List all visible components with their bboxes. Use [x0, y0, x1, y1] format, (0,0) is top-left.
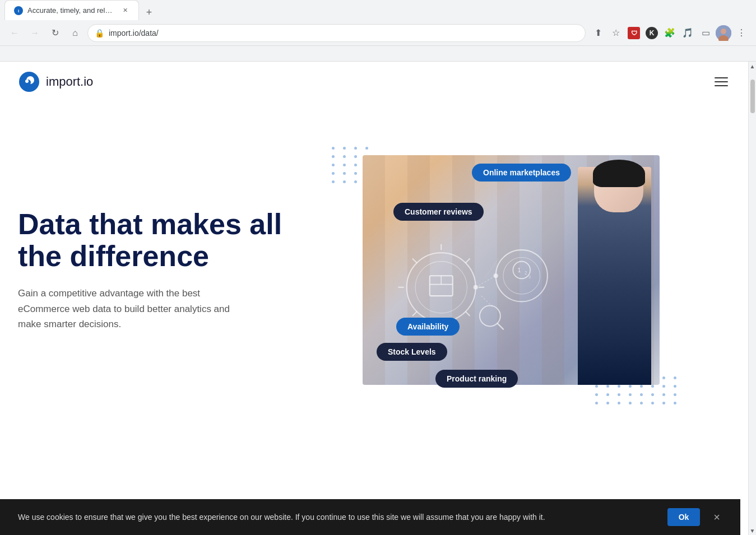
- svg-point-3: [721, 29, 726, 34]
- address-text: import.io/data/: [109, 29, 578, 38]
- dot: [662, 376, 665, 379]
- hamburger-menu[interactable]: [712, 75, 730, 89]
- hamburger-line-3: [715, 85, 728, 86]
- share-icon[interactable]: ⬆: [590, 25, 606, 41]
- svg-point-24: [513, 262, 530, 279]
- dot: [651, 402, 654, 404]
- dot: [629, 385, 632, 388]
- site-logo[interactable]: import.io: [18, 71, 93, 93]
- back-button[interactable]: ←: [7, 25, 22, 41]
- hero-section: Data that makes all the difference Gain …: [0, 102, 748, 438]
- toolbar-icons: ⬆ ☆ 🛡 K 🧩 🎵 ▭ ⋮: [590, 25, 749, 41]
- extension-puzzle-icon[interactable]: 🧩: [662, 25, 678, 41]
- dot: [332, 155, 335, 158]
- dot: [332, 172, 335, 175]
- pill-customer-reviews: Customer reviews: [393, 203, 484, 221]
- dot: [674, 376, 676, 379]
- dot: [640, 385, 643, 388]
- extension-shield-icon[interactable]: 🛡: [626, 25, 642, 41]
- dot: [629, 393, 632, 396]
- profile-avatar[interactable]: [716, 25, 731, 41]
- dot: [354, 180, 357, 183]
- active-tab[interactable]: i Accurate, timely, and relevant da ✕: [4, 0, 139, 20]
- dot: [640, 393, 643, 396]
- dot: [354, 147, 357, 150]
- dot: [674, 393, 676, 396]
- dot: [618, 393, 620, 396]
- scroll-up-arrow[interactable]: ▲: [749, 62, 756, 71]
- dot: [332, 164, 335, 166]
- tab-title: Accurate, timely, and relevant da: [27, 6, 116, 15]
- pill-availability: Availability: [396, 318, 460, 336]
- tab-favicon: i: [14, 6, 23, 15]
- dot: [618, 385, 620, 388]
- dot: [651, 393, 654, 396]
- address-bar[interactable]: 🔒 import.io/data/: [87, 24, 586, 42]
- svg-point-9: [407, 253, 476, 322]
- dot: [595, 385, 598, 388]
- dot: [606, 402, 609, 404]
- hero-subtitle: Gain a competitive advantage with the be…: [18, 286, 253, 332]
- security-lock-icon: 🔒: [95, 29, 104, 38]
- browser-toolbar: ← → ↻ ⌂ 🔒 import.io/data/ ⬆ ☆ 🛡 K 🧩 🎵 ▭: [0, 20, 756, 46]
- dot: [662, 393, 665, 396]
- hero-title: Data that makes all the difference: [18, 208, 287, 272]
- person-hair: [593, 160, 645, 187]
- tab-bar: i Accurate, timely, and relevant da ✕ +: [0, 0, 756, 20]
- svg-line-15: [412, 259, 417, 263]
- tab-close-button[interactable]: ✕: [120, 6, 129, 15]
- extension-sidebar-icon[interactable]: ▭: [698, 25, 713, 41]
- svg-text:1: 1: [518, 267, 521, 273]
- logo-text: import.io: [46, 75, 93, 89]
- dot: [365, 147, 368, 150]
- svg-point-32: [474, 285, 478, 290]
- home-button[interactable]: ⌂: [67, 25, 83, 41]
- hero-left-content: Data that makes all the difference Gain …: [18, 208, 309, 332]
- dot: [332, 147, 335, 150]
- logo-icon: [18, 71, 40, 93]
- site-navigation: import.io: [0, 62, 748, 102]
- hamburger-line-1: [715, 77, 728, 78]
- cookie-banner: We use cookies to ensure that we give yo…: [0, 499, 740, 535]
- dot: [354, 172, 357, 175]
- new-tab-button[interactable]: +: [141, 4, 157, 20]
- hero-right-content: 1 2 3: [332, 152, 730, 388]
- dot: [343, 172, 346, 175]
- dot: [662, 402, 665, 404]
- extension-k-icon[interactable]: K: [644, 25, 660, 41]
- svg-line-16: [465, 311, 470, 316]
- refresh-button[interactable]: ↻: [47, 25, 63, 41]
- dot: [343, 180, 346, 183]
- bookmark-icon[interactable]: ☆: [608, 25, 624, 41]
- svg-line-30: [476, 276, 496, 287]
- dot: [606, 385, 609, 388]
- browser-chrome: i Accurate, timely, and relevant da ✕ + …: [0, 0, 756, 62]
- dot: [354, 164, 357, 166]
- pill-product-ranking: Product ranking: [435, 370, 518, 388]
- dot: [354, 155, 357, 158]
- svg-point-33: [494, 273, 498, 278]
- cookie-ok-button[interactable]: Ok: [667, 508, 701, 526]
- cookie-close-button[interactable]: ×: [711, 509, 722, 526]
- svg-point-8: [25, 80, 29, 83]
- website-content: import.io Data that makes all the differ…: [0, 62, 748, 535]
- svg-point-23: [503, 257, 540, 294]
- dot: [629, 402, 632, 404]
- dot: [674, 402, 676, 404]
- svg-line-29: [498, 323, 503, 329]
- dot: [640, 402, 643, 404]
- svg-text:2: 2: [525, 271, 527, 276]
- dot: [343, 164, 346, 166]
- vertical-scrollbar[interactable]: ▲ ▼: [748, 62, 756, 535]
- svg-point-10: [415, 262, 467, 313]
- scroll-down-arrow[interactable]: ▼: [749, 526, 756, 535]
- dot: [332, 180, 335, 183]
- dot: [595, 402, 598, 404]
- svg-text:i: i: [18, 8, 19, 13]
- scroll-thumb[interactable]: [750, 80, 755, 113]
- extension-music-icon[interactable]: 🎵: [680, 25, 695, 41]
- dot: [343, 155, 346, 158]
- menu-icon[interactable]: ⋮: [734, 25, 749, 41]
- forward-button[interactable]: →: [27, 25, 43, 41]
- pill-online-marketplaces: Online marketplaces: [472, 164, 571, 182]
